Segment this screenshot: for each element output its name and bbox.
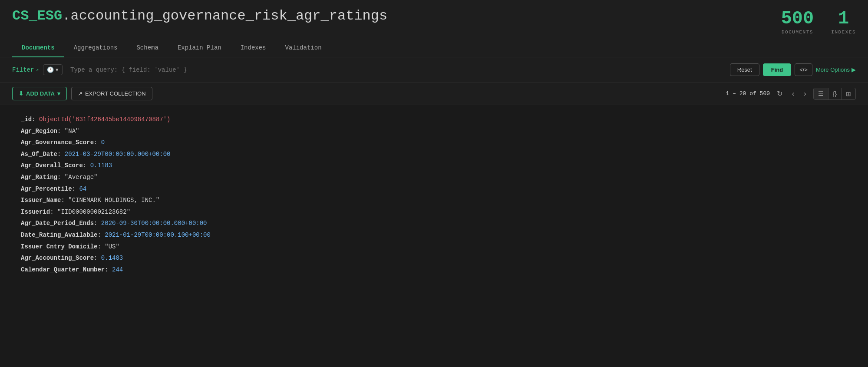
field-colon: :	[83, 162, 90, 169]
field-key: Issuer_Name	[21, 197, 61, 204]
indexes-count: 1	[831, 10, 856, 28]
field-value: 2021-03-29T00:00:00.000+00:00	[65, 151, 171, 158]
field-key: Agr_Rating	[21, 174, 57, 181]
tab-indexes[interactable]: Indexes	[231, 39, 276, 57]
field-value: 0.1483	[101, 255, 123, 261]
view-toggle: ☰ {} ⊞	[813, 88, 856, 100]
field-key: Agr_Accounting_Score	[21, 255, 94, 261]
download-icon: ⬇	[19, 90, 23, 97]
table-row: Date_Rating_Available: 2021-01-29T00:00:…	[12, 229, 856, 241]
field-colon: :	[97, 243, 105, 250]
field-value: "CINEMARK HOLDINGS, INC."	[68, 197, 159, 204]
header-stats: 500 DOCUMENTS 1 INDEXES	[781, 8, 856, 35]
table-row: Calendar_Quarter_Number: 244	[12, 264, 856, 276]
history-button[interactable]: 🕐 ▾	[43, 64, 63, 75]
export-icon: ↗	[78, 90, 83, 97]
field-value: 64	[79, 185, 86, 192]
table-row: Agr_Percentile: 64	[12, 183, 856, 195]
tab-validation[interactable]: Validation	[276, 39, 331, 57]
filter-row: Filter ↗ 🕐 ▾ Reset Find </> More Options…	[0, 57, 868, 83]
export-collection-button[interactable]: ↗ EXPORT COLLECTION	[71, 87, 152, 100]
document-fields: _id: ObjectId('631f426445be144098470887'…	[12, 114, 856, 275]
table-row: Agr_Rating: "Average"	[12, 172, 856, 183]
query-input[interactable]	[67, 65, 726, 75]
tab-explain-plan[interactable]: Explain Plan	[168, 39, 231, 57]
tab-aggregations[interactable]: Aggregations	[64, 39, 127, 57]
table-row: Agr_Overall_Score: 0.1183	[12, 160, 856, 172]
filter-label[interactable]: Filter ↗	[12, 66, 39, 73]
chevron-right-icon: ▶	[851, 66, 856, 73]
field-value: 0.1183	[90, 162, 112, 169]
table-row: Agr_Region: "NA"	[12, 126, 856, 137]
field-colon: :	[57, 128, 65, 135]
reset-button[interactable]: Reset	[730, 63, 759, 76]
table-view-button[interactable]: ⊞	[842, 88, 855, 99]
table-row: _id: ObjectId('631f426445be144098470887'…	[12, 114, 856, 126]
field-value: "Average"	[65, 174, 98, 181]
table-row: Agr_Governance_Score: 0	[12, 137, 856, 149]
field-colon: :	[94, 255, 101, 261]
code-icon: </>	[799, 66, 808, 73]
dropdown-arrow: ▾	[56, 66, 59, 73]
field-key: Agr_Percentile	[21, 185, 72, 192]
documents-count: 500	[781, 10, 814, 28]
add-data-button[interactable]: ⬇ ADD DATA ▾	[12, 87, 67, 100]
field-key: _id	[21, 116, 32, 123]
field-key: Agr_Date_Period_Ends	[21, 220, 94, 227]
field-colon: :	[61, 197, 68, 204]
field-value: 244	[112, 266, 123, 273]
field-colon: :	[32, 116, 39, 123]
tab-documents[interactable]: Documents	[12, 39, 64, 57]
field-key: Calendar_Quarter_Number	[21, 266, 105, 273]
indexes-label: INDEXES	[831, 30, 856, 35]
list-view-button[interactable]: ☰	[814, 88, 828, 99]
field-colon: :	[97, 231, 105, 238]
page-header: CS_ESG.accounting_governance_risk_agr_ra…	[0, 0, 868, 39]
field-value: "IID000000002123682"	[57, 208, 130, 215]
filter-text: Filter	[12, 66, 34, 73]
find-button[interactable]: Find	[763, 63, 791, 76]
field-colon: :	[94, 220, 101, 227]
indexes-stat: 1 INDEXES	[831, 10, 856, 35]
field-colon: :	[57, 174, 65, 181]
field-key: Agr_Region	[21, 128, 57, 135]
field-value: ObjectId('631f426445be144098470887')	[39, 116, 170, 123]
table-row: As_Of_Date: 2021-03-29T00:00:00.000+00:0…	[12, 149, 856, 160]
field-colon: :	[72, 185, 79, 192]
field-key: Agr_Overall_Score	[21, 162, 83, 169]
export-label: EXPORT COLLECTION	[85, 90, 146, 97]
prev-page-button[interactable]: ‹	[789, 88, 797, 99]
field-colon: :	[50, 208, 57, 215]
field-value: 0	[101, 139, 105, 146]
field-colon: :	[105, 266, 112, 273]
toolbar-row: ⬇ ADD DATA ▾ ↗ EXPORT COLLECTION 1 – 20 …	[0, 83, 868, 105]
clock-icon: 🕐	[47, 66, 54, 73]
next-page-button[interactable]: ›	[801, 88, 809, 99]
more-options-text: More Options	[816, 66, 850, 73]
field-key: Issuerid	[21, 208, 50, 215]
table-row: Issuer_Cntry_Domicile: "US"	[12, 241, 856, 253]
field-colon: :	[57, 151, 65, 158]
field-colon: :	[94, 139, 101, 146]
field-value: 2021-01-29T00:00:00.100+00:00	[105, 231, 211, 238]
field-key: Date_Rating_Available	[21, 231, 97, 238]
filter-actions: Reset Find </> More Options ▶	[730, 63, 856, 76]
field-key: Agr_Governance_Score	[21, 139, 94, 146]
collection-part: .accounting_governance_risk_agr_ratings	[62, 8, 387, 24]
json-view-button[interactable]: {}	[828, 88, 842, 99]
code-button[interactable]: </>	[795, 63, 812, 76]
pagination-area: 1 – 20 of 500 ↻ ‹ › ☰ {} ⊞	[726, 88, 856, 100]
field-key: As_Of_Date	[21, 151, 57, 158]
document-area: _id: ObjectId('631f426445be144098470887'…	[0, 105, 868, 284]
add-data-chevron: ▾	[57, 90, 60, 97]
tab-schema[interactable]: Schema	[127, 39, 168, 57]
documents-stat: 500 DOCUMENTS	[781, 10, 814, 35]
documents-label: DOCUMENTS	[781, 30, 814, 35]
table-row: Issuerid: "IID000000002123682"	[12, 206, 856, 218]
refresh-button[interactable]: ↻	[774, 88, 785, 99]
table-row: Issuer_Name: "CINEMARK HOLDINGS, INC."	[12, 195, 856, 206]
field-value: "NA"	[65, 128, 79, 135]
more-options-button[interactable]: More Options ▶	[816, 66, 856, 73]
external-link-icon: ↗	[36, 67, 39, 73]
table-row: Agr_Date_Period_Ends: 2020-09-30T00:00:0…	[12, 218, 856, 229]
